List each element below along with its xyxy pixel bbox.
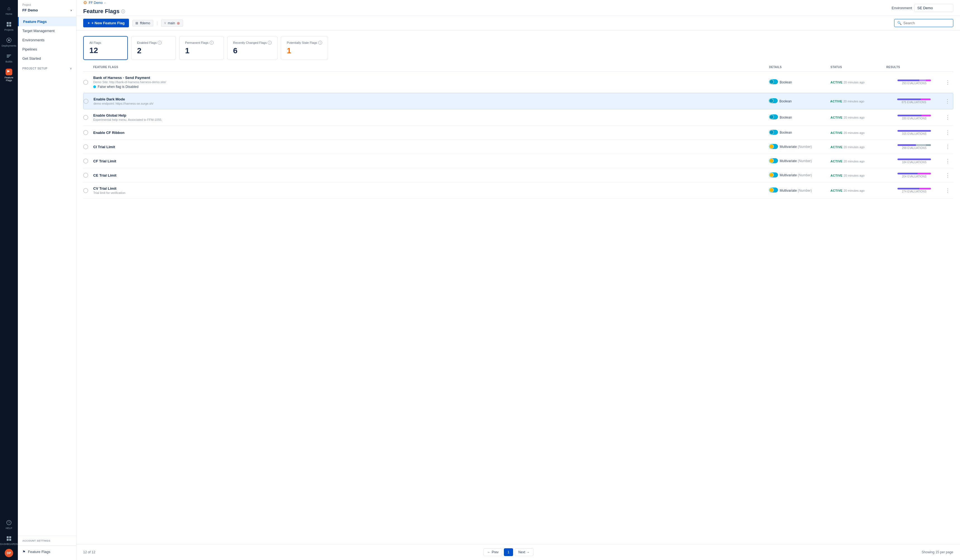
svg-rect-38 [770, 188, 774, 192]
row-menu-button[interactable]: ⋮ [942, 158, 953, 164]
stat-card-permanent-flags[interactable]: Permanent Flags i 1 [179, 36, 224, 60]
results-bar-track [898, 115, 931, 116]
row-checkbox[interactable] [83, 130, 93, 135]
row-checkbox[interactable] [83, 173, 93, 178]
nav-projects[interactable]: Projects [1, 19, 17, 34]
row-checkbox[interactable] [83, 158, 93, 163]
svg-rect-7 [7, 56, 10, 56]
table-row[interactable]: Enable Dark Mode demo endpoint: https://… [83, 93, 953, 109]
potentially-stale-info-icon[interactable]: i [318, 41, 322, 45]
nav-deployments[interactable]: Deployments [1, 35, 17, 49]
row-flag-info: CV Trial Limit Trial limit for verificat… [93, 187, 769, 195]
table-row[interactable]: CI Trial Limit Multivariate (Number) ACT… [83, 140, 953, 154]
row-status: ACTIVE 20 minutes ago [830, 99, 886, 103]
pagination-next-button[interactable]: Next → [515, 548, 533, 556]
flag-sub-type: False when flag is Disabled [93, 85, 769, 89]
row-checkbox[interactable] [83, 188, 93, 193]
stat-label-enabled-flags: Enabled Flags i [137, 41, 170, 45]
svg-rect-35 [770, 173, 774, 177]
sidebar-footer-feature-flags[interactable]: ⚑ Feature Flags [22, 548, 72, 555]
project-setup-header[interactable]: PROJECT SETUP ∨ [18, 63, 76, 72]
flag-desc: demo endpoint: https://harness-se.surge.… [93, 102, 769, 105]
pagination-prev-button[interactable]: ← Prev [483, 548, 502, 556]
row-menu-button[interactable]: ⋮ [942, 144, 953, 150]
table-row[interactable]: Bank of Harness - Send Payment Demo Site… [83, 72, 953, 93]
sidebar-item-get-started[interactable]: Get Started [18, 54, 76, 63]
nav-builds[interactable]: Builds [1, 51, 17, 65]
row-results: 293 EVALUATIONS [886, 80, 942, 85]
environment-label: Environment [891, 6, 912, 10]
nav-dashboards[interactable]: DASHBOARDS [1, 533, 17, 548]
sidebar: Project FF Demo › Feature Flags Target M… [18, 0, 77, 560]
flag-name: CE Trial Limit [93, 173, 769, 177]
new-feature-flag-button[interactable]: + + New Feature Flag [83, 19, 129, 27]
row-flag-info: CF Trial Limit [93, 159, 769, 163]
row-menu-button[interactable]: ⋮ [942, 115, 953, 121]
page-title-info-icon[interactable]: i [121, 10, 125, 13]
search-box[interactable]: 🔍 [894, 19, 953, 27]
stat-value-potentially-stale: 1 [287, 46, 322, 55]
flag-name: CF Trial Limit [93, 159, 769, 163]
row-results: 204 EVALUATIONS [886, 173, 942, 178]
svg-rect-3 [9, 24, 11, 27]
svg-rect-12 [9, 536, 11, 538]
sidebar-item-feature-flags[interactable]: Feature Flags [18, 17, 76, 26]
flag-name: CI Trial Limit [93, 145, 769, 149]
toolbar-separator: | [157, 21, 158, 26]
eval-count: 184 EVALUATIONS [902, 161, 926, 164]
row-checkbox[interactable] [83, 115, 93, 120]
status-time: 20 minutes ago [843, 145, 864, 149]
row-results: 184 EVALUATIONS [886, 158, 942, 164]
row-status: ACTIVE 20 minutes ago [830, 115, 886, 120]
row-menu-button[interactable]: ⋮ [942, 79, 953, 85]
enabled-info-icon[interactable]: i [158, 41, 162, 45]
table-row[interactable]: CE Trial Limit Multivariate (Number) ACT… [83, 168, 953, 182]
stat-card-recently-changed[interactable]: Recently Changed Flags i 6 [227, 36, 277, 60]
nav-home[interactable]: ⌂ Home [1, 3, 17, 18]
table-row[interactable]: Enable CF Ribbon Boolean ACTIVE 20 minut… [83, 126, 953, 140]
topbar: ⚙ FF Demo › Feature Flags i Environment … [77, 0, 960, 16]
harness-icon: ⚙ [83, 0, 87, 5]
project-label: Project [22, 3, 72, 6]
permanent-info-icon[interactable]: i [210, 41, 214, 45]
stat-value-recently-changed: 6 [233, 46, 272, 55]
user-avatar[interactable]: DP [5, 549, 13, 557]
row-checkbox[interactable] [83, 99, 93, 104]
breadcrumb-project-link[interactable]: FF Demo [89, 1, 103, 5]
environment-dropdown[interactable]: SE Demo [914, 4, 953, 12]
nav-help[interactable]: ? HELP [1, 517, 17, 532]
svg-text:?: ? [8, 521, 10, 524]
stat-card-enabled-flags[interactable]: Enabled Flags i 2 [131, 36, 176, 60]
project-name[interactable]: FF Demo › [22, 7, 72, 13]
nav-feature-flags[interactable]: Feature Flags [1, 66, 17, 84]
row-menu-button[interactable]: ⋮ [942, 172, 953, 178]
sidebar-item-pipelines[interactable]: Pipelines [18, 45, 76, 54]
stat-card-potentially-stale[interactable]: Potentially Stale Flags i 1 [281, 36, 328, 60]
table-row[interactable]: CV Trial Limit Trial limit for verificat… [83, 182, 953, 199]
sidebar-item-environments[interactable]: Environments [18, 35, 76, 45]
row-flag-type: Multivariate (Number) [769, 144, 830, 150]
col-feature-flags: FEATURE FLAGS [93, 65, 769, 69]
row-menu-button[interactable]: ⋮ [942, 188, 953, 194]
row-status: ACTIVE 20 minutes ago [830, 80, 886, 84]
stat-card-all-flags[interactable]: All Flags 12 [83, 36, 128, 60]
pagination-total: 12 of 12 [83, 550, 95, 554]
toolbar: + + New Feature Flag ⊞ ffdemo | ⑂ main ⊗… [77, 16, 960, 30]
svg-rect-26 [770, 130, 774, 134]
row-menu-button[interactable]: ⋮ [942, 98, 953, 104]
account-settings-label: ACCOUNT SETTINGS [22, 539, 72, 542]
row-checkbox[interactable] [83, 144, 93, 149]
table-row[interactable]: CF Trial Limit Multivariate (Number) ACT… [83, 154, 953, 168]
row-checkbox[interactable] [83, 80, 93, 85]
search-input[interactable] [903, 21, 950, 25]
row-status: ACTIVE 20 minutes ago [830, 173, 886, 177]
row-menu-button[interactable]: ⋮ [942, 129, 953, 136]
branch-icon: ⑂ [164, 21, 166, 25]
pagination-page-1[interactable]: 1 [504, 548, 513, 556]
circle-icon [93, 85, 96, 88]
help-icon: ? [6, 519, 12, 526]
status-badge: ACTIVE [830, 189, 843, 192]
table-row[interactable]: Enable Global Help Experimental help men… [83, 109, 953, 126]
sidebar-item-target-management[interactable]: Target Management [18, 26, 76, 35]
recently-changed-info-icon[interactable]: i [268, 41, 272, 45]
